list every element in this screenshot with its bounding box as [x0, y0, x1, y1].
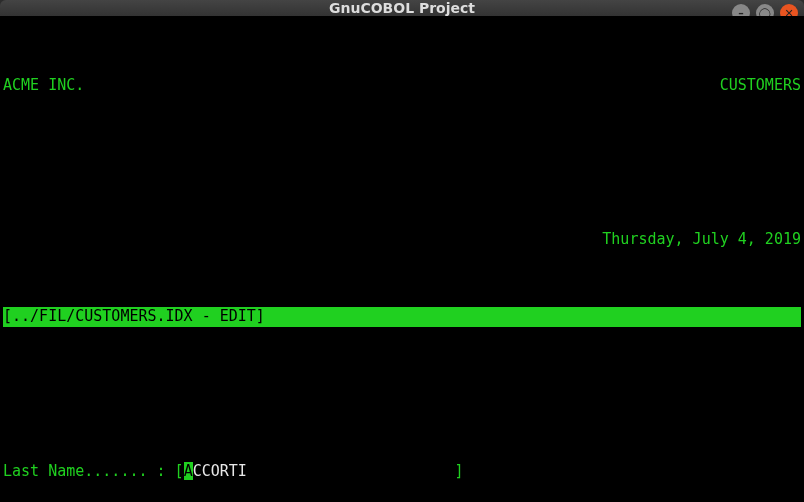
- date-text: Thursday, July 4, 2019: [602, 230, 801, 249]
- company-name: ACME INC.: [3, 76, 84, 95]
- file-bar-row: [../FIL/CUSTOMERS.IDX - EDIT]: [3, 307, 801, 326]
- field-last-name: Last Name....... : [ACCORTI ]: [3, 462, 801, 481]
- last-name-input[interactable]: ACCORTI: [184, 462, 455, 480]
- app-window: GnuCOBOL Project – ◯ ✕ ACME INC. CUSTOME…: [0, 0, 804, 502]
- blank-row: [3, 385, 801, 404]
- terminal: ACME INC. CUSTOMERS Thursday, July 4, 20…: [0, 16, 804, 502]
- cursor-icon: A: [184, 462, 193, 480]
- module-name: CUSTOMERS: [720, 76, 801, 95]
- blank-row: [3, 153, 801, 172]
- header-row: ACME INC. CUSTOMERS: [3, 76, 801, 95]
- file-bar: [../FIL/CUSTOMERS.IDX - EDIT]: [3, 307, 801, 326]
- file-bar-text: [../FIL/CUSTOMERS.IDX - EDIT]: [3, 307, 265, 325]
- date-row: Thursday, July 4, 2019: [3, 230, 801, 249]
- window-title: GnuCOBOL Project: [329, 0, 475, 16]
- last-name-label: Last Name....... :: [3, 462, 175, 480]
- titlebar: GnuCOBOL Project – ◯ ✕: [0, 0, 804, 16]
